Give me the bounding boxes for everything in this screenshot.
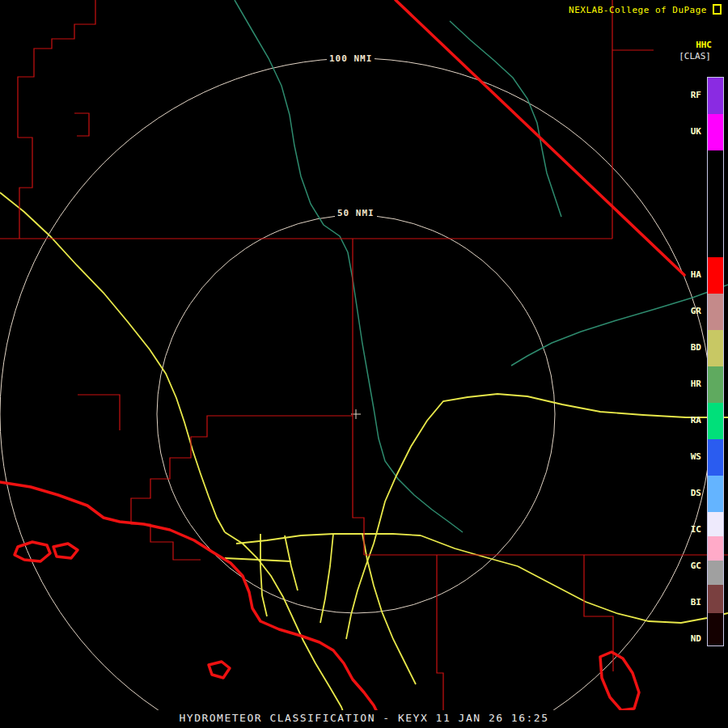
legend-segment xyxy=(708,114,723,150)
legend-label-rf: RF xyxy=(677,90,701,101)
product-code-label: HHC xyxy=(696,40,712,50)
legend-label-gr: GR xyxy=(677,306,701,317)
legend-colorbar xyxy=(707,77,724,646)
coastline xyxy=(0,482,383,728)
county-lines xyxy=(0,0,728,728)
legend-label-gc: GC xyxy=(677,561,701,572)
legend-segment xyxy=(708,561,723,585)
legend-segment xyxy=(708,403,723,439)
legend-label-ds: DS xyxy=(677,488,701,499)
legend-label-bi: BI xyxy=(677,597,701,608)
legend-label-nd: ND xyxy=(677,633,701,645)
legend-segment xyxy=(708,439,723,476)
app-title: NEXLAB-College of DuPage xyxy=(569,5,707,15)
legend-label-ha: HA xyxy=(677,269,701,281)
legend-label-uk: UK xyxy=(677,126,701,138)
legend-segment xyxy=(708,294,723,330)
product-tag-label: [CLAS] xyxy=(679,51,711,61)
legend-segment xyxy=(708,330,723,366)
radar-display: NEXLAB-College of DuPage HHC [CLAS] 100 … xyxy=(0,0,728,728)
state-border-lines xyxy=(0,0,684,728)
legend-segment xyxy=(708,512,723,536)
range-rings xyxy=(0,58,712,728)
highway-lines xyxy=(0,193,728,725)
legend-segment xyxy=(708,613,723,645)
island xyxy=(15,542,50,561)
island xyxy=(53,544,78,558)
radar-map xyxy=(0,0,728,728)
legend-segment xyxy=(708,78,723,114)
island xyxy=(209,662,230,678)
legend-segment xyxy=(708,536,723,561)
range-ring-label-50nmi: 50 NMI xyxy=(335,208,377,218)
legend-segment xyxy=(708,476,723,512)
legend-label-ws: WS xyxy=(677,451,701,463)
legend-label-bd: BD xyxy=(677,342,701,353)
legend-segment xyxy=(708,585,723,613)
state-line-diagonal xyxy=(396,0,684,275)
legend-label-ic: IC xyxy=(677,524,701,535)
range-ring-label-100nmi: 100 NMI xyxy=(327,53,375,64)
legend-segment xyxy=(708,366,723,403)
legend-label-ra: RA xyxy=(677,415,701,426)
status-bar: HYDROMETEOR CLASSIFICATION - KEYX 11 JAN… xyxy=(0,710,728,728)
island xyxy=(600,652,639,710)
legend-segment xyxy=(708,257,723,294)
legend-label-hr: HR xyxy=(677,379,701,390)
legend-segment xyxy=(708,150,723,257)
cod-logo-icon xyxy=(713,4,722,15)
